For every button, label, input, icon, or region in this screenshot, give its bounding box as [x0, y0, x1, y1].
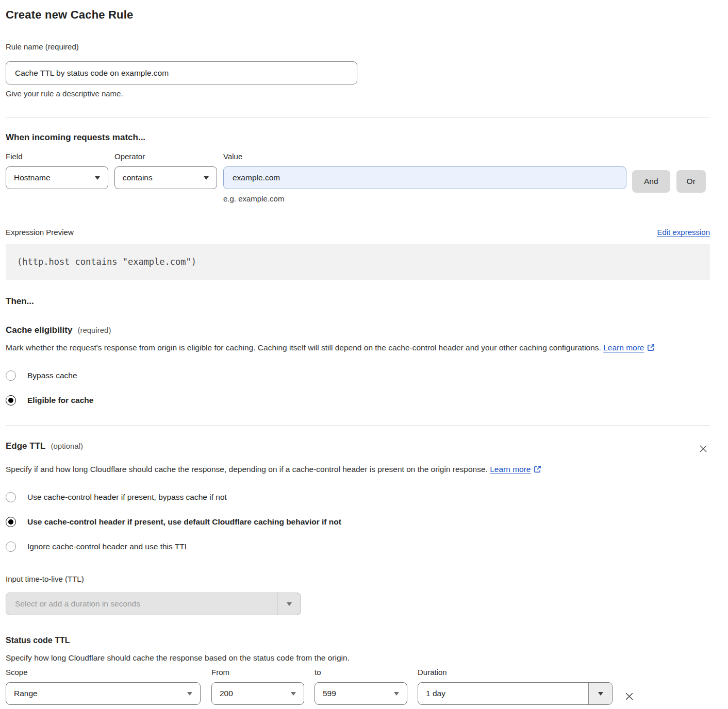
radio-option-bypass-cache[interactable]: Bypass cache — [6, 370, 710, 381]
radio-option-cc-default[interactable]: Use cache-control header if present, use… — [6, 517, 710, 527]
radio-option-ignore-cc[interactable]: Ignore cache-control header and use this… — [6, 542, 710, 552]
close-icon — [624, 691, 635, 702]
radio-checked-icon[interactable] — [6, 395, 16, 406]
scope-select[interactable]: Range — [6, 682, 201, 705]
then-heading: Then... — [6, 296, 710, 307]
close-icon — [699, 444, 708, 453]
required-tag: (required) — [77, 326, 111, 334]
chevron-down-icon — [291, 692, 296, 696]
cache-eligibility-learn-more-link[interactable]: Learn more — [603, 343, 644, 352]
radio-option-cc-bypass[interactable]: Use cache-control header if present, byp… — [6, 492, 710, 502]
radio-label: Ignore cache-control header and use this… — [27, 542, 189, 551]
cache-eligibility-description: Mark whether the request's response from… — [6, 341, 699, 356]
edge-ttl-heading: Edge TTL — [6, 441, 45, 451]
radio-unchecked-icon[interactable] — [6, 492, 16, 502]
radio-label: Use cache-control header if present, byp… — [27, 493, 227, 502]
field-select-value: Hostname — [14, 173, 51, 182]
chevron-down-icon — [187, 692, 192, 696]
or-button[interactable]: Or — [676, 170, 706, 193]
rule-name-label: Rule name (required) — [6, 42, 710, 51]
duration-select[interactable]: 1 day — [418, 682, 613, 705]
value-helper: e.g. example.com — [223, 194, 626, 203]
radio-checked-icon[interactable] — [6, 517, 16, 527]
remove-status-ttl-button[interactable] — [623, 690, 636, 704]
from-select-value: 200 — [220, 689, 233, 698]
edge-ttl-description-text: Specify if and how long Cloudflare shoul… — [6, 465, 488, 474]
radio-unchecked-icon[interactable] — [6, 542, 16, 552]
page-title: Create new Cache Rule — [6, 8, 710, 22]
external-link-icon — [647, 342, 655, 356]
to-select[interactable]: 599 — [315, 682, 407, 705]
status-code-ttl-description: Specify how long Cloudflare should cache… — [6, 653, 710, 663]
cache-eligibility-description-text: Mark whether the request's response from… — [6, 343, 601, 352]
operator-select-value: contains — [123, 173, 153, 182]
radio-option-eligible-for-cache[interactable]: Eligible for cache — [6, 395, 710, 406]
expression-preview-label: Expression Preview — [6, 228, 74, 237]
status-code-ttl-row: Scope Range From 200 to 599 Duration 1 d… — [6, 668, 710, 708]
rule-name-helper: Give your rule a descriptive name. — [6, 89, 710, 98]
chevron-down-icon — [394, 692, 399, 696]
radio-unchecked-icon[interactable] — [6, 370, 16, 381]
edge-ttl-description: Specify if and how long Cloudflare shoul… — [6, 462, 575, 478]
field-label: Field — [6, 152, 108, 161]
create-cache-rule-form: Create new Cache Rule Rule name (require… — [0, 0, 728, 709]
duration-select-value: 1 day — [426, 689, 445, 698]
chevron-down-icon — [204, 176, 209, 180]
ttl-duration-select[interactable]: Select or add a duration in seconds — [6, 593, 301, 615]
rule-name-input[interactable] — [6, 61, 357, 85]
optional-tag: (optional) — [51, 442, 83, 450]
section-divider — [6, 425, 710, 426]
radio-label: Bypass cache — [27, 371, 77, 380]
to-select-value: 599 — [323, 689, 336, 698]
edge-ttl-close-button[interactable] — [697, 442, 710, 457]
edit-expression-link[interactable]: Edit expression — [657, 228, 710, 237]
section-divider — [6, 117, 710, 118]
edge-ttl-learn-more-link[interactable]: Learn more — [490, 465, 531, 474]
to-label: to — [315, 668, 407, 677]
external-link-icon — [534, 463, 541, 478]
scope-label: Scope — [6, 668, 201, 677]
chevron-down-icon[interactable] — [588, 683, 612, 704]
chevron-down-icon — [95, 176, 100, 180]
operator-label: Operator — [114, 152, 217, 161]
from-label: From — [211, 668, 304, 677]
match-row: Field Hostname Operator contains Value e… — [6, 152, 710, 203]
value-label: Value — [223, 152, 626, 161]
cache-eligibility-heading: Cache eligibility — [6, 325, 72, 335]
ttl-input-label: Input time-to-live (TTL) — [6, 575, 710, 583]
and-button[interactable]: And — [632, 170, 670, 193]
radio-label: Use cache-control header if present, use… — [27, 517, 341, 527]
duration-label: Duration — [418, 668, 613, 677]
ttl-select-placeholder: Select or add a duration in seconds — [6, 599, 149, 609]
match-heading: When incoming requests match... — [6, 132, 710, 143]
chevron-down-icon[interactable] — [277, 593, 301, 615]
operator-select[interactable]: contains — [114, 166, 217, 189]
scope-select-value: Range — [14, 689, 38, 698]
status-code-ttl-heading: Status code TTL — [6, 636, 710, 645]
field-select[interactable]: Hostname — [6, 166, 108, 189]
from-select[interactable]: 200 — [211, 682, 304, 705]
value-input[interactable] — [223, 166, 626, 189]
expression-code-block: (http.host contains "example.com") — [6, 244, 710, 280]
radio-label: Eligible for cache — [27, 396, 93, 405]
